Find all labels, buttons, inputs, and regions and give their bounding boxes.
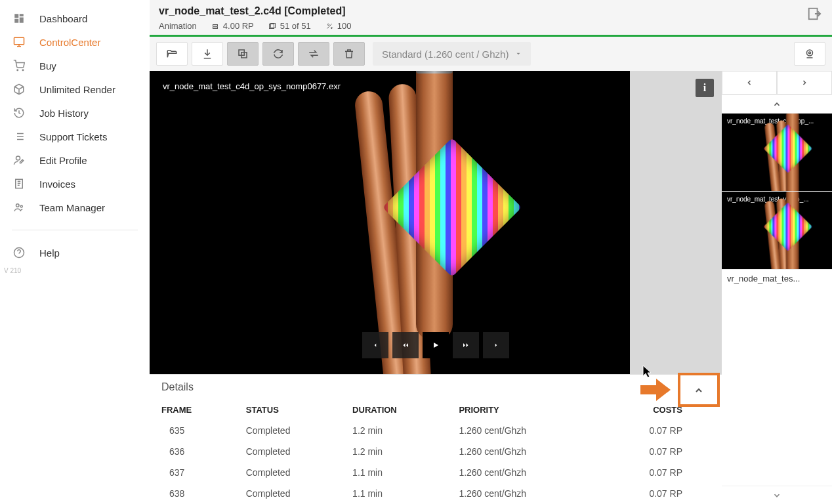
table-row[interactable]: 636 Completed 1.2 min 1.260 cent/Ghzh 0.… <box>150 441 722 462</box>
cell-duration: 1.2 min <box>341 441 447 462</box>
box-icon <box>12 82 26 96</box>
nav-dashboard[interactable]: Dashboard <box>0 7 150 30</box>
cell-priority: 1.260 cent/Ghzh <box>447 483 589 504</box>
cell-costs: 0.07 RP <box>590 462 722 483</box>
table-row[interactable]: 635 Completed 1.2 min 1.260 cent/Ghzh 0.… <box>150 420 722 441</box>
cell-duration: 1.2 min <box>341 420 447 441</box>
details-table: FRAME STATUS DURATION PRIORITY COSTS 635… <box>150 400 722 504</box>
download-button[interactable] <box>192 42 223 66</box>
next-frame-button[interactable] <box>483 332 509 358</box>
cell-costs: 0.07 RP <box>590 441 722 462</box>
nav-label: Dashboard <box>39 13 87 24</box>
svg-point-7 <box>16 156 20 160</box>
refresh-button[interactable] <box>262 42 294 66</box>
col-priority[interactable]: PRIORITY <box>447 400 589 420</box>
svg-point-9 <box>16 204 20 207</box>
history-icon <box>12 106 26 120</box>
cell-status: Completed <box>234 462 341 483</box>
col-duration[interactable]: DURATION <box>341 400 447 420</box>
cell-priority: 1.260 cent/Ghzh <box>447 420 589 441</box>
header: vr_node_mat_test_2.c4d [Completed] Anima… <box>150 0 832 37</box>
svg-rect-3 <box>14 19 18 23</box>
info-button[interactable]: i <box>696 79 714 97</box>
nav-job-history[interactable]: Job History <box>0 101 150 125</box>
webcam-button[interactable] <box>794 42 825 66</box>
percent-value: 100 <box>337 21 352 31</box>
col-status[interactable]: STATUS <box>234 400 341 420</box>
percent-icon <box>325 22 333 30</box>
priority-dropdown[interactable]: Standard (1.260 cent / Ghzh) <box>373 42 531 66</box>
svg-point-10 <box>20 205 22 207</box>
toolbar: Standard (1.260 cent / Ghzh) <box>150 37 832 71</box>
svg-rect-2 <box>20 18 24 23</box>
chevron-down-icon <box>515 51 522 57</box>
svg-point-19 <box>807 50 813 56</box>
thumb-scroll-down-button[interactable] <box>722 486 832 504</box>
cell-status: Completed <box>234 483 341 504</box>
monitor-icon <box>12 35 26 49</box>
svg-rect-1 <box>20 14 24 16</box>
nav-controlcenter[interactable]: ControlCenter <box>0 30 150 54</box>
details-header: Details <box>150 375 722 400</box>
nav-support-tickets[interactable]: Support Tickets <box>0 125 150 148</box>
render-preview <box>150 71 630 374</box>
receipt-icon <box>12 177 26 191</box>
thumb-prev-button[interactable] <box>722 71 777 94</box>
nav-unlimited-render[interactable]: Unlimited Render <box>0 77 150 101</box>
svg-rect-4 <box>14 37 24 45</box>
table-header-row: FRAME STATUS DURATION PRIORITY COSTS <box>150 400 722 420</box>
thumb-scroll-up-button[interactable] <box>722 95 832 114</box>
thumbnail-item[interactable]: vr_node_mat_test_vr_op_... <box>722 192 832 270</box>
details-title: Details <box>161 381 194 393</box>
job-meta: Animation 4.00 RP 51 of 51 100 <box>159 17 823 31</box>
content-row: vr_node_mat_test_c4d_op_sys_nomp0677.exr… <box>150 71 832 504</box>
col-frame[interactable]: FRAME <box>150 400 234 420</box>
nav-label: Job History <box>39 108 89 119</box>
svg-rect-0 <box>14 14 18 18</box>
details-panel: Details FRAME <box>150 374 722 504</box>
thumbnail-item[interactable]: vr_node_mat_test_c4d_op_... <box>722 114 832 192</box>
svg-point-6 <box>22 70 24 71</box>
dropdown-label: Standard (1.260 cent / Ghzh) <box>382 49 509 60</box>
thumb-next-button[interactable] <box>777 71 832 94</box>
fast-forward-button[interactable] <box>453 332 479 358</box>
cell-status: Completed <box>234 441 341 462</box>
nav-label: ControlCenter <box>39 37 100 48</box>
main: vr_node_mat_test_2.c4d [Completed] Anima… <box>150 0 832 504</box>
svg-rect-13 <box>213 24 217 26</box>
swap-button[interactable] <box>298 42 329 66</box>
details-collapse-button[interactable] <box>682 377 715 404</box>
job-percent: 100 <box>325 21 352 31</box>
rewind-button[interactable] <box>392 332 419 358</box>
thumbnails-column: vr_node_mat_test_c4d_op_... vr_node_mat_… <box>722 71 832 504</box>
playback-controls <box>362 332 509 358</box>
nav-team-manager[interactable]: Team Manager <box>0 196 150 219</box>
preview-sidebar-strip <box>630 71 722 374</box>
nav-help[interactable]: Help <box>0 241 150 264</box>
frames-icon <box>268 22 276 30</box>
exit-button[interactable] <box>807 7 822 21</box>
table-row[interactable]: 637 Completed 1.1 min 1.260 cent/Ghzh 0.… <box>150 462 722 483</box>
nav-label: Team Manager <box>39 202 105 213</box>
cell-priority: 1.260 cent/Ghzh <box>447 441 589 462</box>
nav-label: Support Tickets <box>39 131 107 142</box>
nav-invoices[interactable]: Invoices <box>0 172 150 196</box>
nav-label: Edit Profile <box>39 155 87 166</box>
open-folder-button[interactable] <box>156 42 188 66</box>
nav-label: Help <box>39 247 60 259</box>
play-button[interactable] <box>423 332 449 358</box>
copy-button[interactable] <box>227 42 259 66</box>
preview-filename: vr_node_mat_test_c4d_op_sys_nomp0677.exr <box>157 79 346 94</box>
nav-edit-profile[interactable]: Edit Profile <box>0 148 150 172</box>
team-icon <box>12 200 26 215</box>
cell-frame: 637 <box>150 462 234 483</box>
table-row[interactable]: 638 Completed 1.1 min 1.260 cent/Ghzh 0.… <box>150 483 722 504</box>
prev-frame-button[interactable] <box>362 332 388 358</box>
nav-buy[interactable]: Buy <box>0 54 150 77</box>
cell-priority: 1.260 cent/Ghzh <box>447 462 589 483</box>
job-frames: 51 of 51 <box>268 21 311 31</box>
delete-button[interactable] <box>333 42 365 66</box>
cell-duration: 1.1 min <box>341 462 447 483</box>
nav-label: Unlimited Render <box>39 84 115 95</box>
cell-duration: 1.1 min <box>341 483 447 504</box>
